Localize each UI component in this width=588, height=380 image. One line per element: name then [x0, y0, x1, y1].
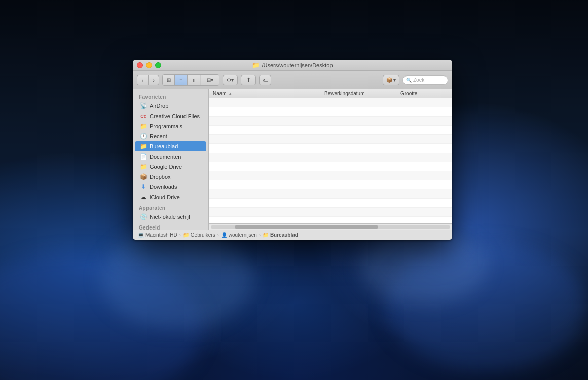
breadcrumb-sep-3: › [259, 233, 261, 238]
view-buttons: ⊞ ≡ ⫿ ⊟▾ [162, 74, 219, 86]
sidebar-item-icloud-drive[interactable]: ☁ iCloud Drive [135, 192, 206, 202]
dropbox-label: ▾ [393, 77, 396, 83]
naam-label: Naam [213, 91, 227, 96]
file-row [209, 117, 452, 126]
gebruikers-icon: 📁 [183, 232, 189, 238]
search-placeholder: Zoek [413, 77, 424, 83]
datum-label: Bewerkingsdatum [324, 91, 364, 96]
scrollbar-track [211, 225, 450, 229]
breadcrumb-hd-label: Macintosh HD [145, 232, 177, 238]
bureaublad-bc-icon: 📁 [263, 232, 269, 238]
file-row [209, 144, 452, 153]
file-row [209, 180, 452, 189]
sidebar-recent-label: Recent [150, 133, 167, 139]
google-drive-icon: 📁 [140, 163, 147, 170]
sidebar-bureaublad-label: Bureaublad [150, 143, 178, 149]
file-row [209, 171, 452, 180]
file-row [209, 135, 452, 144]
sidebar-item-downloads[interactable]: ⬇ Downloads [135, 182, 206, 192]
search-box[interactable]: 🔍 Zoek [402, 75, 448, 85]
user-icon: 👤 [221, 232, 227, 238]
breadcrumb-bureaublad[interactable]: 📁 Bureaublad [263, 232, 298, 238]
bureaublad-icon: 📁 [140, 143, 147, 150]
downloads-icon: ⬇ [140, 183, 147, 191]
cover-flow-button[interactable]: ⊟▾ [201, 75, 219, 85]
sidebar-item-niet-lokale-schijf[interactable]: 💿 Niet-lokale schijf [135, 212, 206, 222]
horizontal-scrollbar[interactable] [209, 223, 452, 230]
airdrop-icon: 📡 [140, 102, 147, 109]
col-naam[interactable]: Naam ▲ [209, 91, 320, 96]
minimize-button[interactable] [146, 62, 152, 68]
breadcrumb-bar: 💻 Macintosh HD › 📁 Gebruikers › 👤 wouter… [133, 230, 452, 240]
col-grootte[interactable]: Grootte [396, 91, 421, 96]
cloud-center [101, 228, 253, 329]
traffic-lights [137, 62, 161, 68]
sidebar-dropbox-label: Dropbox [150, 174, 171, 180]
window-title-text: /Users/wouternijsen/Desktop [262, 62, 333, 68]
list-view-button[interactable]: ≡ [175, 75, 188, 85]
sidebar-item-documenten[interactable]: 📄 Documenten [135, 151, 206, 162]
grootte-label: Grootte [400, 91, 417, 96]
tag-button[interactable]: 🏷 [259, 75, 271, 85]
forward-button[interactable]: › [148, 75, 159, 85]
finder-window: 📁 /Users/wouternijsen/Desktop ‹ › ⊞ ≡ ⫿ … [133, 60, 452, 240]
favorites-label: Favorieten [133, 91, 208, 101]
documenten-icon: 📄 [140, 153, 147, 160]
breadcrumb-user-label: wouternijsen [229, 232, 257, 238]
search-icon: 🔍 [406, 78, 412, 83]
file-row [209, 107, 452, 117]
icloud-icon: ☁ [140, 194, 147, 201]
col-datum[interactable]: Bewerkingsdatum [320, 91, 396, 96]
back-button[interactable]: ‹ [137, 75, 148, 85]
breadcrumb-bureaublad-label: Bureaublad [270, 232, 298, 238]
breadcrumb-sep-2: › [217, 233, 219, 238]
file-row [209, 199, 452, 208]
file-row [209, 153, 452, 162]
apparaten-label: Apparaten [133, 202, 208, 212]
file-row [209, 208, 452, 217]
column-header: Naam ▲ Bewerkingsdatum Grootte [209, 89, 452, 98]
toolbar: ‹ › ⊞ ≡ ⫿ ⊟▾ ⚙▾ ⬆ 🏷 📦 ▾ 🔍 Zoek [133, 71, 452, 89]
breadcrumb-sep-1: › [179, 233, 181, 238]
scrollbar-thumb[interactable] [235, 225, 378, 229]
close-button[interactable] [137, 62, 143, 68]
breadcrumb-gebruikers[interactable]: 📁 Gebruikers [183, 232, 215, 238]
sidebar-item-dropbox[interactable]: 📦 Dropbox [135, 172, 206, 182]
disk-icon: 💿 [140, 213, 147, 220]
creative-cloud-icon: Cc [140, 112, 147, 120]
gedeeld-label: Gedeeld [133, 222, 208, 230]
recent-icon: 🕐 [140, 133, 147, 140]
sidebar-gdrive-label: Google Drive [150, 164, 182, 170]
dropbox-button[interactable]: 📦 ▾ [383, 75, 399, 85]
title-bar: 📁 /Users/wouternijsen/Desktop [133, 60, 452, 71]
sidebar-airdrop-label: AirDrop [150, 103, 168, 109]
sidebar: Favorieten 📡 AirDrop Cc Creative Cloud F… [133, 89, 209, 230]
file-list[interactable]: Naam ▲ Bewerkingsdatum Grootte [209, 89, 452, 223]
sidebar-item-airdrop[interactable]: 📡 AirDrop [135, 101, 206, 111]
breadcrumb-macintosh-hd[interactable]: 💻 Macintosh HD [138, 232, 177, 238]
share-button[interactable]: ⬆ [241, 75, 256, 85]
column-view-button[interactable]: ⫿ [188, 75, 200, 85]
sidebar-item-creative-cloud[interactable]: Cc Creative Cloud Files [135, 111, 206, 121]
sidebar-item-programmas[interactable]: 📁 Programma's [135, 121, 206, 131]
programmas-icon: 📁 [140, 123, 147, 130]
file-row [209, 217, 452, 223]
sidebar-cc-label: Creative Cloud Files [150, 113, 200, 119]
hd-icon: 💻 [138, 232, 144, 238]
title-folder-icon: 📁 [252, 62, 260, 69]
sidebar-item-recent[interactable]: 🕐 Recent [135, 131, 206, 141]
icon-view-button[interactable]: ⊞ [163, 75, 175, 85]
dropbox-icon: 📦 [386, 77, 392, 83]
action-button[interactable]: ⚙▾ [223, 75, 238, 85]
maximize-button[interactable] [155, 62, 161, 68]
sidebar-documenten-label: Documenten [150, 154, 181, 160]
window-title: 📁 /Users/wouternijsen/Desktop [252, 62, 333, 69]
sidebar-item-google-drive[interactable]: 📁 Google Drive [135, 162, 206, 172]
file-row [209, 162, 452, 171]
sidebar-item-bureaublad[interactable]: 📁 Bureaublad [135, 141, 206, 151]
nav-buttons: ‹ › [137, 75, 159, 85]
sidebar-icloud-label: iCloud Drive [150, 194, 180, 200]
sidebar-disk-label: Niet-lokale schijf [150, 214, 190, 220]
file-panel: Naam ▲ Bewerkingsdatum Grootte [209, 89, 452, 230]
breadcrumb-user[interactable]: 👤 wouternijsen [221, 232, 257, 238]
